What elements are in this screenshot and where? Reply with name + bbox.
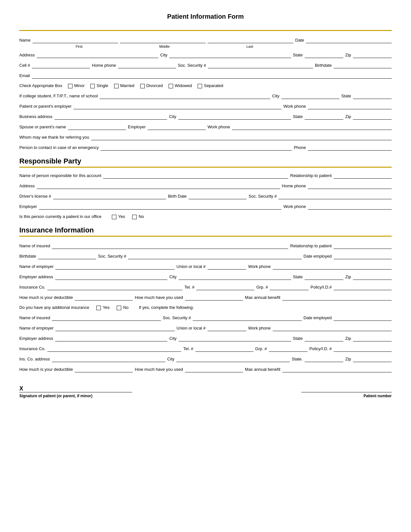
- middle-field[interactable]: [120, 37, 206, 43]
- rp-no-checkbox[interactable]: [132, 215, 137, 219]
- ins2-city-field[interactable]: [179, 336, 291, 341]
- business-zip-field[interactable]: [353, 114, 392, 120]
- widowed-checkbox[interactable]: [169, 84, 173, 88]
- phone-field[interactable]: [308, 145, 392, 151]
- birthdate-field[interactable]: [334, 63, 392, 68]
- zip-field[interactable]: [353, 52, 392, 58]
- ins-co-field[interactable]: [47, 284, 182, 290]
- ins-address-field[interactable]: [55, 274, 168, 280]
- ins-co-city-field[interactable]: [176, 356, 290, 362]
- ins-zip-field[interactable]: [353, 274, 392, 280]
- ins2-grp-field[interactable]: [269, 346, 308, 352]
- widowed-checkbox-group[interactable]: Widowed: [169, 83, 192, 89]
- business-state-field[interactable]: [305, 114, 343, 120]
- ins2-soc-field[interactable]: [193, 315, 301, 321]
- first-field[interactable]: [33, 37, 118, 43]
- ins2-used-field[interactable]: [185, 367, 243, 372]
- ins2-employer-field[interactable]: [55, 325, 174, 331]
- married-checkbox[interactable]: [114, 84, 119, 88]
- ins-tel-field[interactable]: [196, 284, 254, 290]
- college-field[interactable]: [100, 93, 270, 99]
- single-checkbox-group[interactable]: Single: [90, 83, 108, 89]
- minor-checkbox[interactable]: [68, 84, 73, 88]
- ins-employed-field[interactable]: [334, 253, 392, 259]
- referring-row: Whom may we thank for referring you: [19, 134, 392, 140]
- ins-used-field[interactable]: [185, 295, 243, 300]
- rp-work-phone-label: Work phone: [283, 204, 306, 210]
- ins-name-field[interactable]: [52, 243, 288, 249]
- ins2-address-field[interactable]: [55, 336, 168, 341]
- rp-soc-field[interactable]: [279, 193, 392, 199]
- ins2-zip-field[interactable]: [353, 336, 392, 341]
- last-field[interactable]: [208, 37, 293, 43]
- employer-field[interactable]: [73, 103, 281, 109]
- ins-co-zip-field[interactable]: [353, 356, 392, 362]
- ins-relationship-field[interactable]: [334, 243, 392, 249]
- ins-co-address-field[interactable]: [52, 356, 165, 362]
- ins-used-label: How much have you used: [135, 295, 183, 300]
- ins-co-state-field[interactable]: [305, 356, 343, 362]
- ins2-employed-field[interactable]: [334, 315, 392, 321]
- rp-yes-checkbox[interactable]: [112, 215, 116, 219]
- rp-work-phone-field[interactable]: [308, 204, 392, 210]
- rp-birthdate-field[interactable]: [189, 193, 247, 199]
- ins-no-checkbox[interactable]: [117, 306, 121, 310]
- ins2-co-field[interactable]: [47, 346, 181, 352]
- ins-employer-field[interactable]: [55, 264, 174, 270]
- ins-work-phone-field[interactable]: [273, 264, 392, 270]
- whom-field[interactable]: [91, 134, 392, 140]
- emergency-field[interactable]: [101, 145, 292, 151]
- rp-license-field[interactable]: [53, 193, 166, 199]
- business-address-field[interactable]: [54, 114, 167, 120]
- ins-state-field[interactable]: [305, 274, 343, 280]
- married-checkbox-group[interactable]: Married: [114, 83, 134, 89]
- ins-max-field[interactable]: [282, 295, 392, 300]
- insurance-heading: Insurance Information: [19, 226, 392, 237]
- rp-address-field[interactable]: [37, 183, 280, 189]
- home-phone-field[interactable]: [118, 63, 176, 68]
- ins2-tel-field[interactable]: [195, 346, 253, 352]
- ins-city-field[interactable]: [179, 274, 291, 280]
- separated-checkbox[interactable]: [198, 84, 202, 88]
- rp-home-phone-field[interactable]: [308, 183, 392, 189]
- state-field[interactable]: [305, 52, 343, 58]
- separated-checkbox-group[interactable]: Separated: [198, 83, 223, 89]
- employer2-field[interactable]: [148, 124, 206, 130]
- city-field[interactable]: [169, 52, 291, 58]
- soc-security-field[interactable]: [208, 63, 313, 68]
- ins-deductible-field[interactable]: [75, 295, 133, 300]
- date-field[interactable]: [306, 37, 392, 43]
- ins-policy-field[interactable]: [334, 284, 392, 290]
- minor-checkbox-group[interactable]: Minor: [68, 83, 85, 89]
- single-checkbox[interactable]: [90, 84, 95, 88]
- ins2-city-label: City: [169, 336, 176, 341]
- college-state-field[interactable]: [353, 93, 392, 99]
- email-field[interactable]: [32, 73, 392, 79]
- ins2-name-field[interactable]: [52, 315, 161, 321]
- ins-union-field[interactable]: [208, 264, 246, 270]
- patient-number-line[interactable]: [301, 392, 392, 392]
- address-field[interactable]: [37, 52, 158, 58]
- rp-employer-field[interactable]: [39, 204, 281, 210]
- ins-grp-field[interactable]: [270, 284, 308, 290]
- college-city-field[interactable]: [281, 93, 339, 99]
- divorced-checkbox-group[interactable]: Divorced: [140, 83, 163, 89]
- ins-soc-field[interactable]: [128, 253, 301, 259]
- spouse-work-phone-field[interactable]: [232, 124, 392, 130]
- ins2-union-field[interactable]: [208, 325, 246, 331]
- work-phone-field[interactable]: [308, 103, 392, 109]
- business-city-field[interactable]: [178, 114, 291, 120]
- ins2-work-phone-field[interactable]: [273, 325, 392, 331]
- ins2-policy-field[interactable]: [334, 346, 392, 352]
- ins2-state-field[interactable]: [305, 336, 343, 341]
- sig-line[interactable]: [19, 392, 132, 392]
- rp-relationship-field[interactable]: [334, 173, 392, 179]
- divorced-checkbox[interactable]: [140, 84, 145, 88]
- ins2-max-field[interactable]: [282, 367, 392, 372]
- spouse-field[interactable]: [68, 124, 126, 130]
- ins2-deductible-field[interactable]: [75, 367, 133, 372]
- ins-birthdate-field[interactable]: [38, 253, 96, 259]
- cell-field[interactable]: [32, 63, 90, 68]
- ins-yes-checkbox[interactable]: [96, 306, 101, 310]
- rp-name-field[interactable]: [103, 173, 288, 179]
